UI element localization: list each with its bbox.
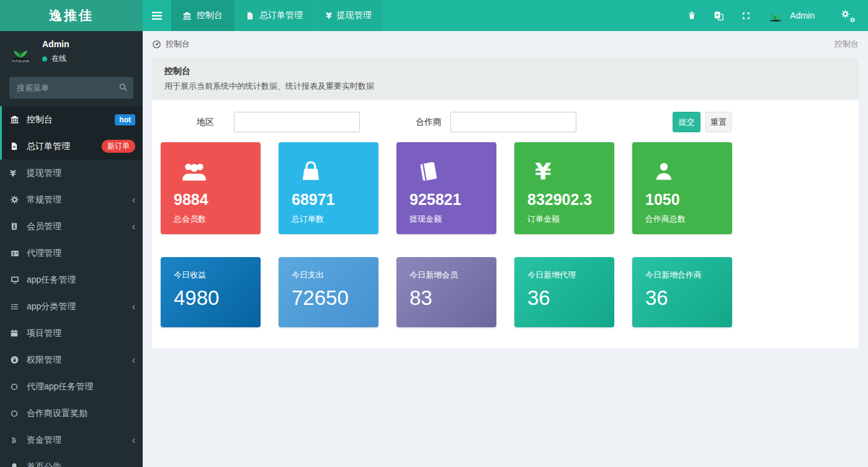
page-subtitle: 用于展示当前系统中的统计数据、统计报表及重要实时数据 <box>164 81 846 92</box>
stat-value: 68971 <box>292 191 365 209</box>
stat-value: 72650 <box>292 286 365 310</box>
new-order-badge: 新订单 <box>102 140 135 153</box>
sidebar-item-members[interactable]: 会员管理 ‹ <box>0 213 143 240</box>
sidebar-item-orders[interactable]: 总订单管理 新订单 <box>0 133 143 160</box>
id-card-icon <box>10 249 27 258</box>
logo-text: YITUIJIA <box>12 59 29 63</box>
id-badge-icon <box>10 222 27 231</box>
stat-value: 36 <box>527 286 601 310</box>
screen-icon <box>10 275 27 284</box>
page-header: 控制台 用于展示当前系统中的统计数据、统计报表及重要实时数据 <box>152 58 859 99</box>
app-logo[interactable]: 逸推佳 <box>0 0 143 31</box>
file-icon <box>246 11 254 20</box>
hamburger-icon <box>152 12 162 20</box>
nav-tab-label: 提现管理 <box>337 10 372 21</box>
region-input[interactable] <box>234 112 360 132</box>
partner-field-label: 合作商 <box>360 117 450 128</box>
sidebar-item-permissions[interactable]: 权限管理 ‹ <box>0 347 143 373</box>
stat-value: 9884 <box>174 191 248 209</box>
stat-label: 合作商总数 <box>645 214 719 225</box>
page-title: 控制台 <box>164 66 846 77</box>
online-status-dot <box>42 57 47 61</box>
search-input[interactable] <box>9 77 133 99</box>
book-icon <box>417 157 483 186</box>
reset-button[interactable]: 重置 <box>705 112 732 132</box>
sidebar: YITUIJIA Admin 在线 控制台 hot 总订单管理 <box>0 31 143 467</box>
yen-icon: ¥ <box>10 168 27 178</box>
stat-card-today-expense: 今日支出 72650 <box>279 257 378 327</box>
chevron-left-icon: ‹ <box>132 355 135 365</box>
shopping-bag-icon <box>299 157 365 186</box>
stat-label: 订单金额 <box>527 214 601 225</box>
filter-form: 地区 合作商 提交 重置 <box>161 112 850 132</box>
calendar-icon <box>10 329 27 338</box>
sidebar-item-withdraw[interactable]: ¥ 提现管理 <box>0 160 143 186</box>
avatar: YITUIJIA <box>6 37 35 66</box>
sidebar-item-dashboard[interactable]: 控制台 hot <box>0 106 143 133</box>
user-status-label: 在线 <box>51 53 66 64</box>
stat-value: 832902.3 <box>527 191 601 209</box>
nav-tab-withdraw[interactable]: ¥ 提现管理 <box>315 0 383 31</box>
user-name: Admin <box>790 11 815 20</box>
stat-label: 今日新增合作商 <box>645 270 719 281</box>
dashboard-icon <box>152 40 161 49</box>
nav-tab-dashboard[interactable]: 控制台 <box>171 0 235 31</box>
stat-card-total-orders: 68971 总订单数 <box>279 142 378 234</box>
sidebar-item-projects[interactable]: 项目管理 <box>0 320 143 347</box>
circle-icon <box>10 383 27 391</box>
stats-row-1: 9884 总会员数 68971 总订单数 925821 提现金额 ¥ 83290… <box>161 142 850 234</box>
navbar-right: Admin <box>679 0 868 31</box>
stat-card-withdraw-amount: 925821 提现金额 <box>396 142 496 234</box>
user-menu[interactable]: Admin <box>759 7 822 24</box>
main-content: 控制台 控制台 控制台 用于展示当前系统中的统计数据、统计报表及重要实时数据 地… <box>143 31 868 467</box>
breadcrumb: 控制台 控制台 <box>143 31 868 56</box>
breadcrumb-right: 控制台 <box>834 39 859 50</box>
sidebar-item-app-tasks[interactable]: app任务管理 <box>0 266 143 293</box>
stat-value: 4980 <box>174 286 248 310</box>
language-icon-button[interactable] <box>705 0 733 31</box>
circle-icon <box>10 409 27 418</box>
dashboard-panel: 地区 合作商 提交 重置 9884 总会员数 68971 总订单数 <box>152 101 859 348</box>
trash-icon-button[interactable] <box>679 0 705 31</box>
fullscreen-icon-button[interactable] <box>733 0 759 31</box>
file-icon <box>10 142 27 151</box>
sidebar-item-app-categories[interactable]: app分类管理 ‹ <box>0 293 143 320</box>
stat-label: 今日新增会员 <box>409 270 483 281</box>
sidebar-item-agent-app-tasks[interactable]: 代理app任务管理 <box>0 373 143 400</box>
sidebar-item-funds[interactable]: 资金管理 ‹ <box>0 427 143 453</box>
sidebar-item-announcements[interactable]: 首页公告 <box>0 453 143 467</box>
settings-icon-button[interactable] <box>832 0 863 31</box>
stat-card-total-members: 9884 总会员数 <box>161 142 261 234</box>
avatar <box>767 7 784 24</box>
stat-card-total-partners: 1050 合作商总数 <box>632 142 732 234</box>
stat-label: 今日收益 <box>174 270 248 281</box>
nav-tab-label: 总订单管理 <box>259 10 303 21</box>
yen-icon: ¥ <box>326 11 332 20</box>
stat-card-new-members: 今日新增会员 83 <box>396 257 496 327</box>
nav-tab-orders[interactable]: 总订单管理 <box>235 0 315 31</box>
stat-card-today-income: 今日收益 4980 <box>161 257 261 327</box>
breadcrumb-current: 控制台 <box>166 39 190 50</box>
sidebar-user-name: Admin <box>42 39 69 49</box>
sidebar-item-partner-rewards[interactable]: 合作商设置奖励 <box>0 400 143 427</box>
sidebar-item-general[interactable]: 常规管理 ‹ <box>0 186 143 213</box>
chevron-left-icon: ‹ <box>132 195 135 205</box>
search-icon[interactable] <box>119 83 128 92</box>
sidebar-user-panel: YITUIJIA Admin 在线 <box>0 31 143 72</box>
gears-icon <box>841 9 854 22</box>
chevron-left-icon: ‹ <box>132 302 135 312</box>
partner-input[interactable] <box>450 112 576 132</box>
chevron-left-icon: ‹ <box>132 222 135 232</box>
bank-icon <box>10 115 27 124</box>
list-icon <box>10 302 27 311</box>
stats-row-2: 今日收益 4980 今日支出 72650 今日新增会员 83 今日新增代理 36… <box>161 257 850 327</box>
stat-label: 总会员数 <box>174 214 248 225</box>
submit-button[interactable]: 提交 <box>673 112 700 132</box>
sidebar-item-agents[interactable]: 代理管理 <box>0 240 143 266</box>
nav-tab-label: 控制台 <box>197 10 223 21</box>
stat-label: 总订单数 <box>292 214 365 225</box>
sidebar-search <box>9 77 133 99</box>
lock-circle-icon <box>10 355 27 365</box>
stat-label: 提现金额 <box>409 214 483 225</box>
sidebar-toggle-button[interactable] <box>143 0 171 31</box>
